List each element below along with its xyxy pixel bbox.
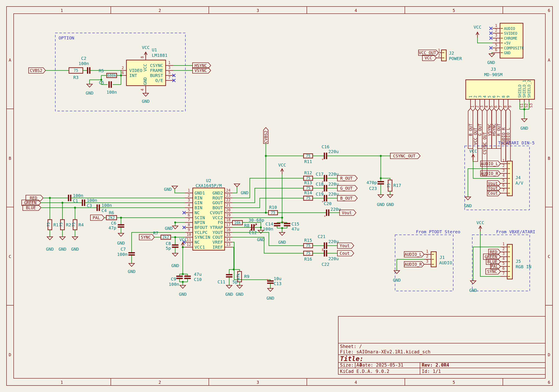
label-parts-r13-ref: R13 — [304, 180, 312, 185]
label-u2-left-0-name: GND1 — [195, 190, 205, 196]
label-u2-left-3-num: 4 — [188, 203, 190, 207]
label-j3-flags-2: G_OUT — [477, 124, 483, 136]
label-title_block-file: File: sAIOnara-XEv2.1R1.kicad_sch — [340, 349, 430, 355]
label-frame-cols-1: 2 — [158, 8, 161, 13]
label-u2-left-1-name: RIN — [195, 195, 202, 201]
label-flags-vout: Vout — [488, 181, 498, 186]
label-parts-c2-val: 100n — [78, 61, 89, 66]
label-u2-right-5-name: VCC2 — [213, 215, 223, 220]
label-parts-r12-val: 75 — [306, 176, 310, 180]
gnd-symbol — [394, 271, 400, 274]
label-flags-blue: BLUE — [487, 259, 497, 264]
label-u2-left-6-num: 7 — [188, 218, 190, 222]
label-common-plus: + — [322, 248, 324, 252]
label-u2-right-10-num: 14 — [226, 237, 231, 242]
gnd-symbol — [180, 285, 186, 288]
label-u2-right-2-name: GOUT — [213, 200, 223, 205]
label-common-gnd: GND — [377, 202, 385, 207]
gnd-symbol — [172, 226, 178, 229]
label-u2-left-8-name: YCLPC — [195, 230, 207, 235]
label-common-gnd: GND — [520, 126, 528, 131]
label-flags-yout: Yout — [488, 186, 498, 191]
label-parts-r11-ref: R11 — [304, 159, 312, 164]
label-j3-top_pins-2-name: CHROME — [504, 36, 517, 41]
label-parts-r5-val: 680k — [107, 73, 116, 78]
label-frame-rows-2: C — [548, 254, 550, 259]
no-connect-icon — [489, 37, 493, 40]
label-j3-inner-0: 1 — [468, 96, 473, 98]
label-title_block-size: Size: A4 — [340, 363, 362, 368]
label-u1-inner_gnd: GND — [142, 77, 148, 85]
label-frame-rows-0: A — [9, 58, 11, 62]
label-parts-c12-val: 30-68p — [249, 217, 264, 223]
schematic-page: 112233445566AABBCCDDSheet: /File: sAIOna… — [0, 0, 559, 392]
label-parts-r5-ref: R5 — [99, 68, 104, 73]
label-parts-c21-ref: C21 — [318, 234, 326, 239]
gnd-symbol — [489, 54, 494, 57]
label-flags-csync_out: CSYNC_OUT — [393, 153, 415, 159]
capacitor-C1 — [68, 195, 69, 201]
label-j3-inner-3: 4 — [483, 96, 487, 98]
label-common-gnd: GND — [58, 246, 66, 252]
capacitor-C23 — [378, 181, 384, 182]
wire — [229, 270, 234, 274]
label-parts-r9-ref: R9 — [244, 274, 249, 279]
label-flags-pal: PAL — [491, 264, 498, 269]
label-j2-ref: J2 — [449, 50, 454, 56]
label-j3-top_pins-4-num: 5 — [495, 43, 497, 47]
label-j3-inner-2: 3 — [478, 96, 482, 98]
label-j3-outer-3: 4 — [484, 106, 489, 108]
label-flags-cvbs2: CVBS2 — [263, 131, 268, 143]
label-j5-pins-0: 1 — [503, 242, 504, 246]
label-parts-c7-val: 100n — [117, 252, 128, 257]
label-j3-inner-7: 8 — [501, 96, 506, 98]
label-common-gnd: GND — [469, 288, 477, 293]
label-flags-vcc_out: VCC_OUT — [419, 50, 436, 55]
label-frame-cols-5: 6 — [548, 8, 550, 13]
label-j4-pins-4: 5 — [503, 178, 504, 183]
label-common-gnd: GND — [179, 292, 187, 297]
label-parts-c2-ref: C2 — [81, 56, 86, 61]
label-parts-c6-ref: C6 — [111, 221, 116, 226]
label-j3-inner-11: SHIELD_2 — [527, 80, 531, 98]
label-flags-r_out: R_OUT — [340, 176, 353, 181]
label-parts-r4-val: 75 — [72, 223, 76, 227]
label-parts-c13-ref: C13 — [274, 281, 281, 286]
label-parts-r11-val: 75 — [306, 154, 310, 158]
label-frame-cols-2: 3 — [257, 380, 259, 385]
label-u1-inner_vcc: VCC — [142, 64, 148, 72]
label-parts-r3-val: 75 — [74, 68, 78, 73]
label-parts-r1-val: 75 — [47, 223, 51, 227]
junction-dot — [100, 79, 102, 81]
capacitor-C6 — [118, 224, 124, 225]
label-j4-pins-5: 6 — [503, 183, 504, 187]
label-parts-c23-ref: C23 — [369, 186, 377, 191]
label-j2-name: POWER — [449, 56, 462, 61]
label-u2-right-3-num: 21 — [226, 203, 231, 207]
label-j3-outer-8: 9 — [508, 106, 512, 108]
label-flags-blue: BLUE — [26, 205, 36, 210]
label-u1-left-0-num: 2 — [122, 66, 124, 70]
gnd-symbol — [522, 119, 527, 122]
capacitor-C18 — [324, 185, 325, 191]
label-j2-pins-1: 2 — [438, 53, 440, 58]
gnd-symbol — [172, 253, 178, 256]
capacitor-C3 — [82, 199, 83, 206]
label-j5-pins-6: 7 — [503, 271, 504, 276]
label-parts-c4-ref: C4 — [102, 208, 107, 213]
label-j4-ref: J4 — [515, 175, 521, 180]
label-j3-top_pins-4-name: COMPOSITE — [504, 46, 524, 50]
label-j3-flags-5: HSYNC — [492, 124, 496, 136]
label-j3-outer-7: 8 — [503, 106, 508, 108]
label-common-gnd: GND — [278, 240, 286, 245]
label-u1-right-1-name: FRAME — [150, 68, 163, 73]
label-parts-c13-val: 10u — [274, 276, 281, 281]
label-parts-r17-ref: R17 — [393, 183, 401, 188]
label-flags-cout: Cout — [340, 251, 350, 256]
label-common-gnd: GND — [241, 190, 249, 195]
label-parts-c1-val: 100n — [73, 193, 83, 198]
capacitor-C21 — [324, 243, 325, 249]
label-u1-left-0-name: VIDEO — [129, 68, 142, 73]
label-frame-cols-2: 3 — [257, 8, 259, 13]
label-j4-pins-6: 7 — [503, 188, 504, 192]
